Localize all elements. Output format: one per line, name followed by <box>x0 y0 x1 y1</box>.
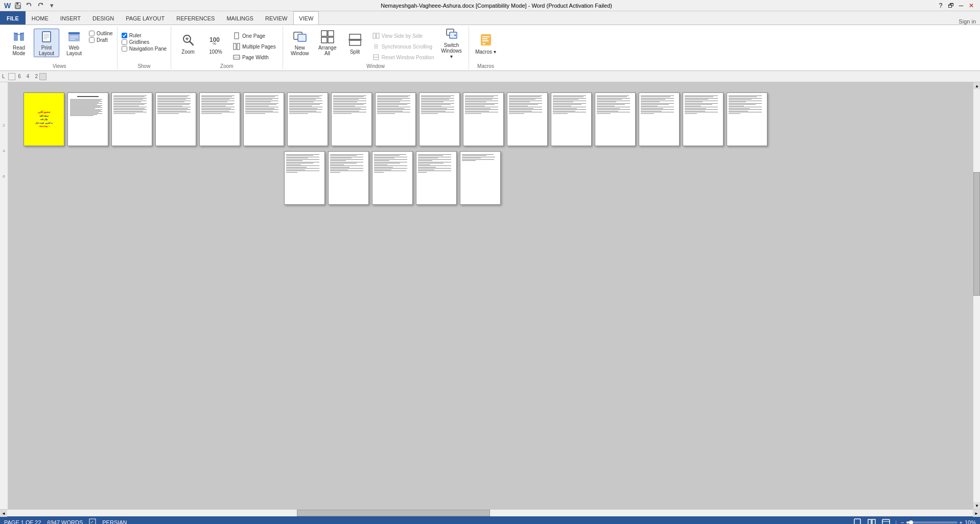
page-thumb-16[interactable] <box>683 92 724 146</box>
new-window-button[interactable]: New Window <box>287 29 313 57</box>
split-button[interactable]: Split <box>342 29 368 57</box>
scroll-track-vertical[interactable] <box>973 89 980 502</box>
zoom-minus[interactable]: − <box>901 519 904 524</box>
show-group-label: Show <box>122 62 167 69</box>
tab-review[interactable]: REVIEW <box>260 11 293 25</box>
scroll-up-button[interactable]: ▲ <box>973 82 980 89</box>
page-thumb-11[interactable] <box>463 92 504 146</box>
scroll-left-button[interactable]: ◄ <box>0 510 7 517</box>
scroll-right-button[interactable]: ► <box>973 510 980 517</box>
print-layout-icon <box>38 30 55 44</box>
zoom-level: 10% <box>965 519 976 524</box>
page-thumb-17[interactable] <box>727 92 767 146</box>
page-thumb-2[interactable] <box>67 92 108 146</box>
zoom-button[interactable]: Zoom <box>175 29 201 57</box>
page-thumb-12[interactable] <box>507 92 548 146</box>
read-mode-view-button[interactable] <box>867 517 877 524</box>
scroll-track-horizontal[interactable] <box>7 510 973 516</box>
macros-button[interactable]: Macros ▾ <box>473 29 499 57</box>
page-thumb-9[interactable] <box>375 92 416 146</box>
outline-checkbox[interactable]: Outline <box>89 31 113 36</box>
tab-insert[interactable]: INSERT <box>55 11 86 25</box>
tab-file[interactable]: FILE <box>0 11 26 25</box>
page-thumb-6[interactable] <box>243 92 284 146</box>
zoom-slider-track[interactable] <box>906 521 958 523</box>
svg-rect-26 <box>235 33 239 39</box>
sign-in-button[interactable]: Sign in <box>959 18 980 25</box>
tab-mailings[interactable]: MAILINGS <box>221 11 259 25</box>
page-thumb-22[interactable] <box>460 151 501 205</box>
read-mode-button[interactable]: Read Mode <box>6 29 32 57</box>
close-button[interactable]: ✕ <box>967 1 976 10</box>
page-thumb-14[interactable] <box>595 92 636 146</box>
draft-checkbox[interactable]: Draft <box>89 37 113 43</box>
tab-view[interactable]: VIEW <box>293 11 319 25</box>
scroll-down-button[interactable]: ▼ <box>973 502 980 509</box>
one-page-button[interactable]: One Page <box>230 31 278 41</box>
multiple-pages-button[interactable]: Multiple Pages <box>230 41 278 52</box>
vertical-scrollbar[interactable]: ▲ ▼ <box>973 82 980 509</box>
pages-row-1: تحقیق آنلاین مرجع دانلودپایان نامه به کم… <box>8 82 973 151</box>
ribbon-group-show: Ruler Gridlines Navigation Pane Show <box>118 27 171 69</box>
scroll-thumb-vertical[interactable] <box>973 172 980 296</box>
restore-button[interactable]: 🗗 <box>946 1 955 10</box>
customize-quick-access[interactable]: ▾ <box>46 1 57 11</box>
svg-rect-36 <box>328 37 334 43</box>
synchronous-scrolling-button[interactable]: Synchronous Scrolling <box>370 41 437 52</box>
page-thumb-8[interactable] <box>331 92 372 146</box>
print-layout-button[interactable]: Print Layout <box>34 29 59 57</box>
svg-rect-32 <box>298 34 306 41</box>
zoom-plus[interactable]: + <box>960 519 963 524</box>
page-thumb-3[interactable] <box>111 92 152 146</box>
vertical-ruler: 2 4 6 <box>0 82 8 509</box>
page-info: PAGE 1 OF 22 <box>4 519 41 524</box>
switch-windows-button[interactable]: Switch Windows ▾ <box>439 29 464 57</box>
nav-pane-checkbox[interactable]: Navigation Pane <box>122 46 167 52</box>
web-layout-button[interactable]: Web Layout <box>61 29 87 57</box>
view-side-by-side-button[interactable]: View Side by Side <box>370 31 437 41</box>
zoom-options: One Page Multiple Pages Page Width <box>230 31 278 62</box>
zoom-100-button[interactable]: 100 % 100% <box>203 29 228 57</box>
page-thumb-1[interactable]: تحقیق آنلاین مرجع دانلودپایان نامه به کم… <box>24 92 64 146</box>
web-view-button[interactable] <box>881 517 891 524</box>
page-thumb-7[interactable] <box>287 92 328 146</box>
minimize-button[interactable]: ─ <box>956 1 966 10</box>
page-thumb-20[interactable] <box>372 151 413 205</box>
horizontal-scrollbar[interactable]: ◄ ► <box>0 509 980 516</box>
redo-button[interactable] <box>35 1 45 11</box>
scroll-thumb-horizontal[interactable] <box>297 510 490 516</box>
zoom-slider-thumb[interactable] <box>909 520 913 524</box>
page-thumb-15[interactable] <box>639 92 680 146</box>
page-thumb-10[interactable] <box>419 92 460 146</box>
tab-references[interactable]: REFERENCES <box>171 11 220 25</box>
page-thumb-18[interactable] <box>284 151 325 205</box>
page-thumb-5[interactable] <box>199 92 240 146</box>
tab-design[interactable]: DESIGN <box>87 11 120 25</box>
document-area[interactable]: تحقیق آنلاین مرجع دانلودپایان نامه به کم… <box>8 82 973 509</box>
page-thumb-19[interactable] <box>328 151 369 205</box>
ruler-checkbox[interactable]: Ruler <box>122 33 167 38</box>
svg-text:✓: ✓ <box>90 520 94 524</box>
views-buttons: Read Mode Print Layo <box>6 27 113 62</box>
save-button[interactable] <box>13 1 23 11</box>
print-layout-view-button[interactable] <box>852 517 862 524</box>
svg-rect-16 <box>68 32 80 34</box>
undo-button[interactable] <box>24 1 34 11</box>
macros-content: Macros ▾ <box>473 27 499 62</box>
tab-home[interactable]: HOME <box>26 11 54 25</box>
title-bar: W ▾ Nemayeshgah-Vagheee-Ashura.docx [Com… <box>0 0 980 11</box>
page-thumb-4[interactable] <box>155 92 196 146</box>
tab-page-layout[interactable]: PAGE LAYOUT <box>120 11 170 25</box>
ruler-mark-4: 4 <box>27 74 30 79</box>
help-button[interactable]: ? <box>936 1 945 10</box>
page-thumb-21[interactable] <box>416 151 457 205</box>
reset-window-position-button[interactable]: Reset Window Position <box>370 52 437 62</box>
svg-rect-54 <box>868 519 871 524</box>
page-thumb-13[interactable] <box>551 92 592 146</box>
window-title: Nemayeshgah-Vagheee-Ashura.docx [Compati… <box>57 3 936 9</box>
gridlines-checkbox[interactable]: Gridlines <box>122 39 167 45</box>
page-width-button[interactable]: Page Width <box>230 52 278 62</box>
arrange-all-button[interactable]: Arrange All <box>315 29 340 57</box>
ruler-mark-2: 2 <box>35 74 38 79</box>
svg-rect-47 <box>482 36 489 37</box>
